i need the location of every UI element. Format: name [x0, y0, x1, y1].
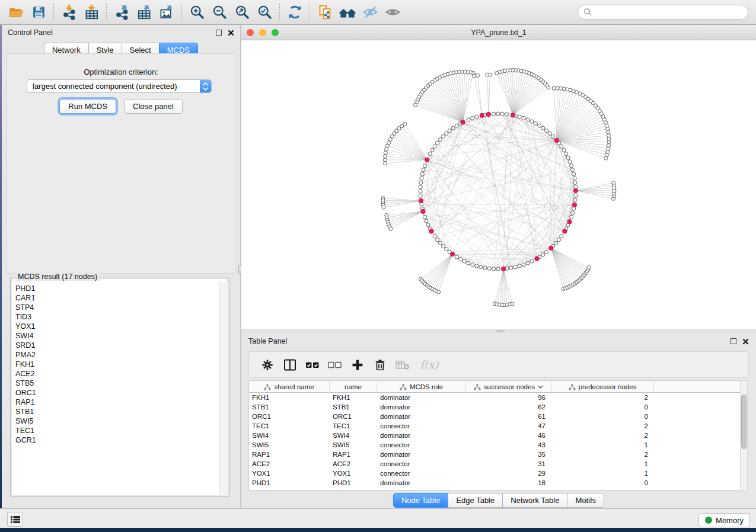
horizontal-splitter-grip[interactable] [496, 330, 505, 332]
table-panel-title: Table Panel [248, 337, 287, 345]
save-session-icon[interactable] [27, 2, 50, 23]
mcds-result-item[interactable]: TID3 [15, 312, 219, 322]
mcds-result-item[interactable]: TEC1 [15, 426, 219, 435]
mcds-result-item[interactable]: PMA2 [15, 350, 219, 360]
select-all-columns-icon[interactable] [301, 354, 324, 376]
network-canvas[interactable] [241, 40, 756, 329]
mcds-result-item[interactable]: GCR1 [15, 435, 219, 445]
toolbar-separator [181, 4, 182, 21]
show-panels-button[interactable] [7, 512, 23, 527]
table-row[interactable]: FKH1FKH1dominator962 [249, 393, 740, 402]
mcds-result-item[interactable]: YOX1 [15, 322, 219, 331]
column-header-MCDS-role[interactable]: MCDS role [377, 381, 466, 393]
table-row[interactable]: ACE2ACE2connector311 [249, 459, 740, 469]
close-panel-icon[interactable] [228, 30, 234, 36]
mcds-result-item[interactable]: PHD1 [15, 284, 219, 293]
table-row[interactable]: RAP1RAP1dominator352 [249, 450, 740, 459]
table-mode-gear-icon[interactable] [256, 354, 279, 376]
shared-column-icon [474, 384, 481, 390]
mcds-result-item[interactable]: RAP1 [15, 398, 219, 407]
window-minimize-button[interactable] [259, 29, 266, 36]
export-image-icon[interactable] [155, 2, 178, 23]
column-header-predecessor-nodes[interactable]: predecessor nodes [551, 381, 654, 393]
mcds-result-item[interactable]: STB5 [15, 379, 219, 388]
optimization-select[interactable]: largest connected component (undirected) [27, 79, 212, 93]
control-panel-header: Control Panel [2, 25, 240, 40]
mcds-result-item[interactable]: SWI4 [15, 331, 219, 341]
open-session-icon[interactable] [5, 2, 27, 23]
mcds-result-item[interactable]: SRD1 [15, 341, 219, 350]
horizontal-splitter[interactable] [241, 329, 756, 334]
table-panel-header: Table Panel [241, 334, 756, 349]
show-columns-icon[interactable] [279, 354, 301, 376]
table-row[interactable]: YOX1YOX1connector291 [249, 469, 740, 478]
table-scrollbar-thumb[interactable] [741, 395, 747, 449]
zoom-selected-icon[interactable] [253, 2, 276, 23]
window-close-button[interactable] [247, 29, 254, 36]
tab-node-table[interactable]: Node Table [393, 493, 448, 508]
table-cell: 18 [466, 478, 551, 488]
table-row[interactable]: SWI5SWI5connector431 [249, 440, 740, 450]
float-table-panel-icon[interactable] [731, 338, 736, 344]
optimization-criterion-label: Optimization criterion: [2, 68, 240, 76]
column-header-name[interactable]: name [330, 381, 377, 393]
hide-selected-icon[interactable] [359, 2, 381, 23]
zoom-in-icon[interactable] [186, 2, 208, 23]
network-titlebar[interactable]: YPA_prune.txt_1 [241, 25, 756, 40]
zoom-out-icon[interactable] [208, 2, 231, 23]
column-header-shared-name[interactable]: shared name [249, 381, 330, 393]
toolbar-separator [310, 4, 310, 21]
mcds-result-item[interactable]: SWI5 [15, 416, 219, 426]
toolbar-separator [53, 4, 54, 21]
export-network-icon[interactable] [110, 2, 133, 23]
show-all-icon[interactable] [381, 2, 404, 23]
new-network-from-selection-icon[interactable] [314, 2, 336, 23]
search-field[interactable] [578, 5, 748, 20]
table-row[interactable]: ORC1ORC1dominator610 [249, 412, 740, 421]
mcds-result-item[interactable]: STP4 [15, 303, 219, 312]
mcds-result-item[interactable]: ACE2 [15, 369, 219, 379]
search-input[interactable] [592, 7, 748, 18]
memory-button[interactable]: Memory [698, 513, 750, 527]
table-scrollbar[interactable] [740, 380, 748, 491]
tab-edge-table[interactable]: Edge Table [448, 493, 502, 508]
close-panel-button[interactable]: Close panel [124, 99, 183, 114]
apply-layout-icon[interactable] [283, 2, 306, 23]
mcds-result-scrollbar[interactable] [219, 282, 228, 495]
application-window: Control Panel Network Style Select MCDS … [0, 0, 756, 528]
deselect-all-columns-icon[interactable] [324, 354, 346, 376]
table-cell: SWI4 [330, 431, 377, 440]
delete-columns-icon[interactable] [369, 354, 391, 376]
mcds-result-item[interactable]: CAR1 [15, 293, 219, 303]
column-header-successor-nodes[interactable]: successor nodes [466, 381, 551, 393]
table-cell: connector [377, 469, 466, 478]
table-row[interactable]: TEC1TEC1connector472 [249, 421, 740, 431]
column-header-label: successor nodes [484, 383, 535, 390]
close-table-panel-icon[interactable] [742, 338, 749, 345]
tab-network-table[interactable]: Network Table [502, 493, 567, 508]
export-table-icon[interactable] [133, 2, 155, 23]
table-row[interactable]: SWI4SWI4dominator462 [249, 431, 740, 440]
table-cell: 2 [551, 393, 654, 402]
list-icon [11, 515, 20, 524]
table-row[interactable]: PHD1PHD1dominator180 [249, 478, 740, 488]
table-row[interactable]: STB1STB1dominator620 [249, 402, 740, 412]
first-neighbors-icon[interactable] [336, 2, 359, 23]
mcds-result-item[interactable]: FKH1 [15, 360, 219, 369]
table-cell: dominator [377, 402, 466, 412]
import-table-icon[interactable] [80, 2, 103, 23]
node-table: shared namenameMCDS rolesuccessor nodesp… [248, 380, 741, 491]
tab-motifs[interactable]: Motifs [567, 493, 604, 508]
import-network-icon[interactable] [58, 2, 80, 23]
sort-chevron-icon[interactable] [538, 385, 543, 389]
float-panel-icon[interactable] [216, 30, 222, 36]
create-column-icon[interactable] [346, 354, 369, 376]
mcds-result-item[interactable]: ORC1 [15, 388, 219, 398]
run-mcds-button[interactable]: Run MCDS [59, 99, 116, 114]
table-cell: SWI4 [249, 431, 330, 440]
zoom-fit-icon[interactable] [231, 2, 253, 23]
table-cell: TEC1 [249, 421, 330, 431]
mcds-result-item[interactable]: STB1 [15, 407, 219, 416]
window-zoom-button[interactable] [272, 29, 279, 36]
control-panel: Control Panel Network Style Select MCDS … [2, 25, 240, 508]
